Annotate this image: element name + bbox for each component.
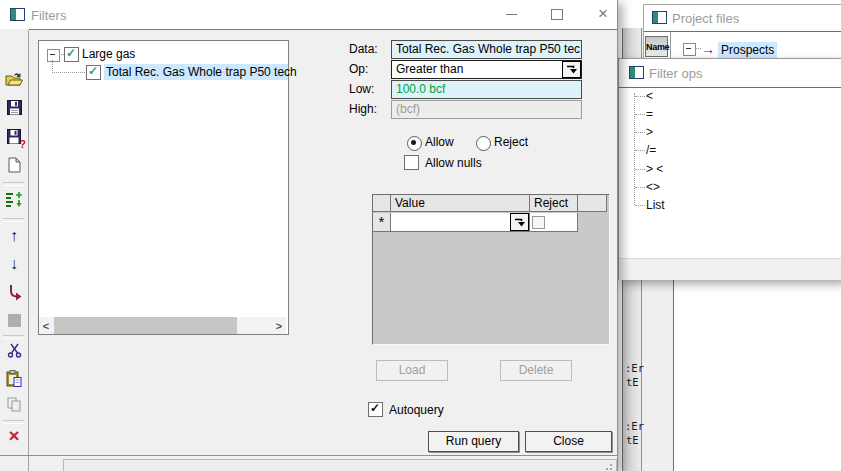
scroll-right-arrow[interactable]: > (272, 317, 286, 334)
expand-collapse-box[interactable] (47, 49, 60, 62)
tree-connector (635, 114, 645, 115)
tree-item-prospects[interactable]: Prospects (718, 42, 777, 58)
new-filter-button[interactable] (2, 153, 26, 177)
divider (29, 29, 617, 30)
load-button[interactable]: Load (376, 360, 448, 381)
tree-connector (635, 150, 645, 151)
move-up-button[interactable]: ↑ (2, 224, 26, 248)
copy-button[interactable] (2, 392, 26, 416)
delete-button[interactable]: Delete (500, 360, 572, 381)
filter-ops-footer (619, 258, 841, 280)
filter-child-checkbox[interactable]: ✓ (86, 65, 101, 80)
tree-item-large-gas[interactable]: Large gas (82, 46, 135, 62)
paste-button[interactable] (2, 366, 26, 390)
value-dropdown-button[interactable] (510, 213, 529, 231)
reject-cell (530, 213, 578, 232)
filter-op-item-list[interactable]: List (646, 196, 665, 214)
data-label: Data: (349, 41, 378, 58)
data-field[interactable]: Total Rec. Gas Whole trap P50 tec (391, 40, 582, 59)
copy-pages-icon (7, 397, 22, 412)
filter-op-item-eq[interactable]: = (646, 105, 653, 123)
high-field[interactable]: (bcf) (391, 100, 582, 119)
new-document-icon (8, 157, 21, 173)
window-icon (652, 11, 667, 24)
reject-radio-label[interactable]: Reject (494, 135, 528, 150)
cut-button[interactable] (2, 338, 26, 362)
delete-x-icon: × (8, 427, 19, 445)
tree-connector (635, 187, 645, 188)
blank-icon (8, 314, 21, 327)
tree-connector (52, 72, 85, 73)
new-row-marker: * (373, 213, 391, 232)
save-icon (7, 100, 22, 115)
autoquery-checkbox[interactable]: ✓ (368, 402, 383, 417)
window-icon (10, 8, 25, 21)
tree-item-filter-selected[interactable]: Total Rec. Gas Whole trap P50 tech (104, 64, 288, 80)
filter-op-item-outside[interactable]: <> (646, 178, 660, 196)
op-label: Op: (349, 61, 368, 78)
reject-cell-checkbox[interactable] (532, 216, 545, 229)
op-combobox[interactable]: Greater than (391, 60, 582, 79)
prospects-arrow-icon: → (701, 42, 715, 56)
reject-radio[interactable] (476, 136, 491, 151)
allow-nulls-label[interactable]: Allow nulls (425, 156, 482, 171)
value-cell[interactable] (391, 213, 530, 232)
allow-radio[interactable] (407, 136, 422, 151)
maximize-button[interactable] (536, 0, 578, 28)
expand-collapse-box[interactable] (683, 43, 696, 56)
paste-clipboard-icon (6, 370, 22, 387)
blank-button[interactable] (2, 308, 26, 332)
toolbar-separator (3, 182, 24, 186)
grid-filler-header (578, 195, 607, 212)
add-filter-item-button[interactable] (2, 187, 26, 211)
title-bar: Filters × (0, 0, 617, 29)
filter-op-item-ne[interactable]: /= (646, 141, 656, 159)
filter-op-item-between[interactable]: > < (646, 160, 663, 178)
name-column-header[interactable]: Name (645, 36, 668, 57)
filter-tree-panel: ✓ Large gas ✓ Total Rec. Gas Whole trap … (38, 40, 289, 335)
toolbar-separator (3, 218, 24, 222)
save-delete-filter-button[interactable]: ? (2, 124, 26, 148)
dropdown-arrow-icon (514, 217, 525, 228)
run-query-button[interactable]: Run query (428, 431, 519, 452)
resize-grip[interactable] (610, 468, 612, 470)
filter-op-item-gt[interactable]: > (646, 123, 653, 141)
op-dropdown-button[interactable] (562, 61, 581, 78)
filter-op-item-lt[interactable]: < (646, 87, 653, 105)
scroll-left-arrow[interactable]: < (39, 317, 53, 334)
clipped-text-fragment: tE (626, 376, 639, 388)
tree-connector (635, 205, 645, 206)
open-filter-button[interactable] (2, 66, 26, 90)
close-dialog-button[interactable]: Close (525, 431, 612, 452)
autoquery-label[interactable]: Autoquery (389, 403, 444, 418)
allow-nulls-checkbox[interactable] (404, 155, 419, 170)
clipped-text-fragment: :Er (625, 362, 644, 374)
scissors-icon (7, 343, 22, 358)
apply-filter-button[interactable] (2, 280, 26, 304)
value-column-header[interactable]: Value (391, 195, 530, 212)
allow-radio-label[interactable]: Allow (425, 135, 454, 150)
divider (0, 455, 617, 456)
add-list-icon (5, 191, 23, 207)
divider (670, 32, 671, 61)
delete-mark-icon: ? (19, 138, 26, 150)
delete-filter-button[interactable]: × (2, 424, 26, 448)
low-field[interactable]: 100.0 bcf (391, 80, 582, 99)
close-button[interactable]: × (582, 0, 624, 28)
down-arrow-icon: ↓ (10, 256, 18, 272)
open-folder-icon (5, 71, 23, 86)
high-label: High: (349, 101, 377, 118)
minimize-button[interactable] (490, 0, 532, 28)
tree-connector (635, 169, 645, 170)
low-label: Low: (349, 81, 374, 98)
scrollbar-thumb[interactable] (54, 317, 237, 334)
project-files-title: Project files (672, 11, 739, 26)
status-strip (63, 459, 617, 471)
bend-arrow-icon (6, 284, 22, 301)
save-filter-button[interactable] (2, 95, 26, 119)
filters-dialog: Filters × ? ↑ (0, 0, 618, 471)
move-down-button[interactable]: ↓ (2, 252, 26, 276)
filter-root-checkbox[interactable]: ✓ (64, 47, 79, 62)
reject-column-header[interactable]: Reject (530, 195, 578, 212)
tree-connector (635, 96, 645, 97)
